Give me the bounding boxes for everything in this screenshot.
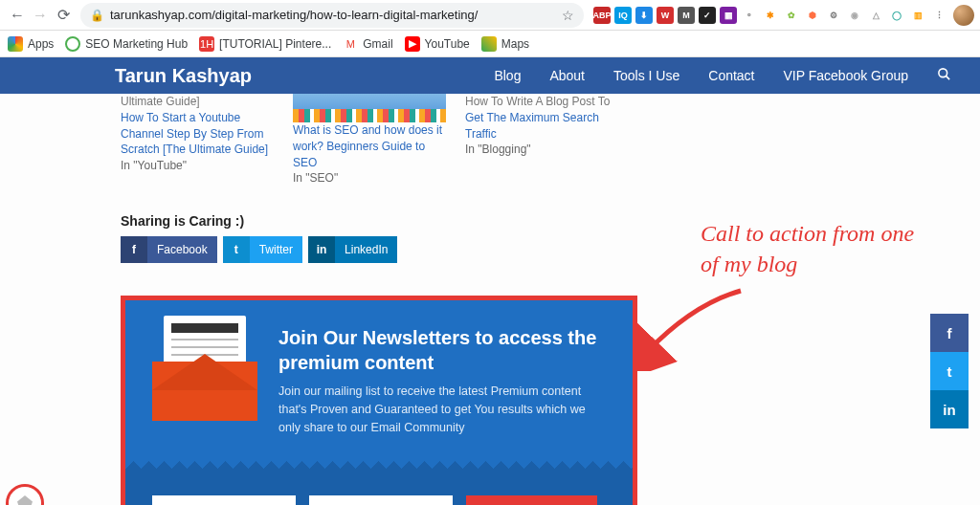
lock-icon: 🔒 — [90, 9, 104, 22]
page-body: Ultimate Guide] How To Start a Youtube C… — [0, 94, 980, 505]
primary-menu: Blog About Tools I Use Contact VIP Faceb… — [494, 67, 951, 84]
forward-button[interactable]: → — [29, 4, 52, 27]
share-buttons: fFacebook tTwitter inLinkedIn — [121, 236, 637, 263]
browser-toolbar: ← → ⟳ 🔒 tarunkashyap.com/digital-marketi… — [0, 0, 980, 31]
annotation-arrow-icon — [635, 285, 750, 371]
linkedin-icon: in — [308, 236, 335, 263]
related-link[interactable]: What is SEO and how does it work? Beginn… — [293, 123, 442, 169]
share-label: Twitter — [250, 236, 302, 263]
share-linkedin-button[interactable]: inLinkedIn — [308, 236, 397, 263]
side-twitter-button[interactable]: t — [930, 352, 969, 390]
sharing-block: Sharing is Caring :) fFacebook tTwitter … — [121, 213, 637, 263]
gmail-icon: M — [343, 36, 358, 52]
cta-heading: Join Our Newsletters to access the premi… — [278, 325, 606, 375]
cta-divider — [125, 461, 633, 474]
bookmark-apps[interactable]: Apps — [8, 36, 54, 52]
bookmark-pinterest[interactable]: 1H[TUTORIAL] Pintere... — [199, 36, 331, 52]
bookmarks-bar: Apps SEO Marketing Hub 1H[TUTORIAL] Pint… — [0, 31, 980, 57]
nav-about[interactable]: About — [549, 68, 585, 83]
bookmark-gmail[interactable]: MGmail — [343, 36, 392, 52]
floating-share-bar: f t in — [930, 314, 969, 428]
sharing-label: Sharing is Caring :) — [121, 213, 637, 229]
envelope-icon — [152, 325, 257, 421]
apps-icon — [8, 36, 23, 52]
ext-download-icon[interactable]: ⬇ — [635, 7, 653, 24]
name-input[interactable] — [152, 495, 296, 505]
share-label: LinkedIn — [335, 236, 397, 263]
email-input[interactable] — [309, 495, 453, 505]
nav-blog[interactable]: Blog — [494, 68, 521, 83]
related-link[interactable]: Get The Maximum Search Traffic — [465, 111, 599, 141]
bookmark-star-icon[interactable]: ☆ — [562, 8, 574, 23]
related-thumbnail[interactable] — [293, 94, 446, 122]
article-content: Ultimate Guide] How To Start a Youtube C… — [121, 94, 637, 505]
bookmark-label: SEO Marketing Hub — [85, 37, 188, 51]
ext-grid-icon[interactable]: ▦ — [720, 7, 737, 24]
side-facebook-button[interactable]: f — [930, 314, 969, 352]
nav-tools[interactable]: Tools I Use — [613, 68, 679, 83]
bookmark-seo[interactable]: SEO Marketing Hub — [65, 36, 188, 52]
related-category: In "Blogging" — [465, 142, 618, 158]
ext-circle-icon[interactable]: ◉ — [846, 7, 863, 24]
cta-text: Join Our Newsletters to access the premi… — [278, 325, 606, 436]
related-link[interactable]: How To Start a Youtube Channel Step By S… — [121, 111, 268, 157]
seo-icon — [65, 36, 80, 52]
ext-gear-icon[interactable]: ⚙ — [825, 7, 842, 24]
back-button[interactable]: ← — [6, 4, 29, 27]
ext-abp-icon[interactable]: ABP — [593, 7, 611, 24]
bookmark-label: [TUTORIAL] Pintere... — [219, 37, 331, 51]
bookmark-youtube[interactable]: ▶YouTube — [405, 36, 470, 52]
chrome-menu-icon[interactable]: ⋮ — [930, 7, 947, 24]
related-cutoff-text: How To Write A Blog Post To — [465, 94, 618, 110]
ext-w-icon[interactable]: W — [657, 7, 674, 24]
ext-check-icon[interactable]: ✓ — [699, 7, 716, 24]
site-header: Tarun Kashyap Blog About Tools I Use Con… — [0, 57, 980, 94]
cta-form: SUBSCRIBE! — [125, 474, 633, 505]
youtube-icon: ▶ — [405, 36, 420, 52]
ext-iq-icon[interactable]: IQ — [614, 7, 632, 24]
annotation-text: Call to action from one of my blog — [701, 218, 921, 280]
pint-icon: 1H — [199, 36, 214, 52]
bookmark-label: Apps — [28, 37, 54, 51]
search-icon[interactable] — [937, 67, 951, 84]
twitter-icon: t — [223, 236, 250, 263]
side-linkedin-button[interactable]: in — [930, 390, 969, 428]
ext-dot-icon[interactable]: ⚬ — [741, 7, 758, 24]
svg-point-0 — [939, 69, 947, 77]
ext-hex-icon[interactable]: ⬢ — [804, 7, 821, 24]
site-brand[interactable]: Tarun Kashyap — [0, 65, 364, 87]
svg-line-1 — [946, 76, 949, 79]
address-bar[interactable]: 🔒 tarunkashyap.com/digital-marketing/how… — [80, 3, 584, 28]
bookmark-label: YouTube — [425, 37, 470, 51]
ext-bars-icon[interactable]: ▥ — [909, 7, 926, 24]
subscribe-button[interactable]: SUBSCRIBE! — [466, 495, 597, 505]
extension-icons: ABP IQ ⬇ W M ✓ ▦ ⚬ ✱ ✿ ⬢ ⚙ ◉ △ ◯ ▥ ⋮ — [590, 7, 947, 24]
related-posts: Ultimate Guide] How To Start a Youtube C… — [121, 94, 637, 187]
related-post-2: What is SEO and how does it work? Beginn… — [293, 94, 446, 187]
ext-tri-icon[interactable]: △ — [867, 7, 884, 24]
share-label: Facebook — [147, 236, 217, 263]
maps-icon — [481, 36, 497, 52]
related-post-1: Ultimate Guide] How To Start a Youtube C… — [121, 94, 274, 187]
share-twitter-button[interactable]: tTwitter — [223, 236, 302, 263]
related-category: In "YouTube" — [121, 158, 274, 174]
cta-top: Join Our Newsletters to access the premi… — [125, 300, 633, 461]
facebook-icon: f — [121, 236, 147, 263]
reload-button[interactable]: ⟳ — [52, 4, 75, 27]
related-cutoff-text: Ultimate Guide] — [121, 94, 274, 110]
cta-body: Join our mailing list to receive the lat… — [278, 383, 606, 436]
ext-flower-icon[interactable]: ✿ — [783, 7, 800, 24]
bookmark-maps[interactable]: Maps — [481, 36, 529, 52]
bookmark-label: Gmail — [363, 37, 392, 51]
ext-star-icon[interactable]: ✱ — [762, 7, 779, 24]
notification-bell-widget[interactable] — [4, 478, 46, 505]
ext-m-icon[interactable]: M — [678, 7, 695, 24]
share-facebook-button[interactable]: fFacebook — [121, 236, 217, 263]
nav-vip[interactable]: VIP Facebook Group — [784, 68, 908, 83]
url-text: tarunkashyap.com/digital-marketing/how-t… — [110, 8, 562, 22]
ext-ring-icon[interactable]: ◯ — [888, 7, 905, 24]
nav-contact[interactable]: Contact — [708, 68, 754, 83]
related-category: In "SEO" — [293, 170, 446, 187]
related-post-3: How To Write A Blog Post To Get The Maxi… — [465, 94, 618, 187]
profile-avatar[interactable] — [953, 5, 974, 26]
